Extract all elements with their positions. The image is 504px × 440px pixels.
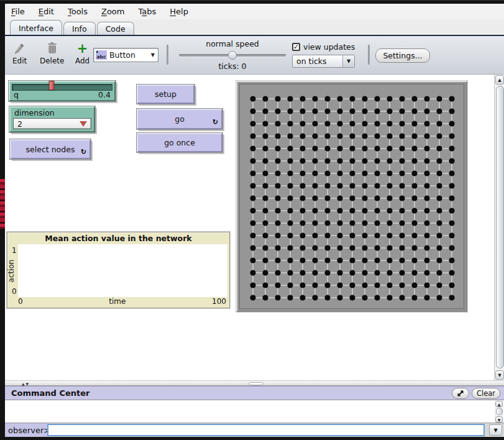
q-slider-handle[interactable] [49, 81, 55, 90]
menu-zoom[interactable]: Zoom [94, 6, 131, 17]
check-icon: ✓ [293, 44, 299, 50]
node-dot [449, 232, 454, 238]
select-nodes-button[interactable]: select nodes ↻ [10, 139, 91, 159]
menu-edit[interactable]: Edit [32, 6, 61, 17]
command-history-button[interactable]: ▼ [489, 424, 502, 436]
mean-action-plot[interactable]: Mean action value in the network 1 0 act… [7, 232, 230, 308]
command-center-splitter[interactable]: ▲▼ [5, 380, 504, 386]
node-dot [312, 208, 318, 213]
setup-button[interactable]: setup [137, 85, 195, 104]
menu-tools[interactable]: Tools [61, 6, 94, 17]
node-dot [300, 121, 305, 126]
node-dot [424, 232, 429, 238]
view-updates-checkbox[interactable]: ✓ [292, 43, 300, 51]
world-view-widget[interactable] [236, 81, 467, 312]
tab-interface[interactable]: Interface [10, 20, 62, 35]
scrollbar-down-button[interactable]: ▼ [495, 416, 503, 423]
menu-tabs[interactable]: Tabs [131, 6, 163, 17]
down-arrow-icon: ▼ [498, 373, 501, 378]
node-dot [399, 108, 405, 114]
menu-help[interactable]: Help [163, 6, 195, 17]
node-dot [436, 96, 442, 101]
scrollbar-thumb[interactable] [496, 86, 504, 369]
node-dot [449, 108, 454, 114]
edit-widget-button[interactable]: Edit [12, 42, 27, 65]
node-dot [312, 282, 318, 288]
node-dot [449, 121, 454, 126]
speed-slider[interactable] [179, 50, 286, 60]
node-dot [399, 245, 405, 250]
q-slider-widget[interactable]: q 0.4 [9, 81, 116, 101]
command-input[interactable] [47, 424, 485, 436]
node-dot [300, 232, 305, 238]
settings-button[interactable]: Settings... [375, 48, 430, 63]
node-dot [312, 245, 318, 250]
speed-slider-thumb[interactable] [228, 51, 237, 60]
splitter-grip[interactable] [249, 382, 263, 385]
node-dot [411, 195, 417, 201]
node-dot [436, 270, 442, 275]
node-dot [275, 270, 280, 275]
node-dot [399, 158, 405, 163]
go-once-button[interactable]: go once [137, 133, 222, 152]
node-dot [312, 96, 318, 101]
world-area[interactable] [239, 84, 464, 309]
node-dot [387, 208, 392, 213]
node-dot [424, 170, 429, 176]
node-dot [300, 183, 305, 188]
tab-code[interactable]: Code [97, 22, 134, 35]
node-dot [300, 295, 305, 300]
node-dot [411, 96, 417, 101]
canvas-vertical-scrollbar[interactable]: ▲ ▼ [494, 75, 504, 380]
node-dot [250, 170, 255, 176]
observer-prompt: observer> [5, 423, 47, 437]
tab-info[interactable]: Info [63, 22, 96, 35]
scrollbar-up-button[interactable]: ▲ [495, 401, 503, 407]
desktop-background: File Edit Tools Zoom Tabs Help Interface… [0, 0, 504, 440]
node-dot [287, 133, 293, 139]
node-dot [349, 295, 355, 300]
node-dot [349, 282, 355, 288]
scrollbar-thumb[interactable] [496, 408, 503, 415]
node-dot [312, 232, 318, 238]
update-mode-combo[interactable]: on ticks ▼ [292, 55, 355, 68]
q-slider-value: 0.4 [98, 90, 111, 99]
command-center-orientation-button[interactable] [452, 388, 469, 399]
node-dot [436, 170, 442, 176]
splitter-toggle-arrows[interactable]: ▲▼ [22, 382, 30, 386]
go-label: go [175, 114, 185, 124]
output-scrollbar[interactable]: ▲ ▼ [495, 401, 503, 423]
delete-widget-button[interactable]: Delete [40, 42, 64, 65]
node-dot [262, 295, 268, 300]
node-dot [275, 183, 280, 188]
node-dot [300, 158, 305, 163]
node-dot [436, 232, 442, 238]
view-updates-group: ✓ view updates on ticks ▼ [292, 42, 355, 68]
node-dot [411, 170, 417, 176]
node-dot [312, 195, 318, 201]
node-dot [312, 108, 318, 114]
node-dot [287, 108, 293, 114]
node-dot [324, 195, 330, 201]
node-dot [312, 170, 318, 176]
widget-type-combo[interactable]: abc Button ▼ [93, 48, 158, 62]
node-dot [349, 158, 355, 163]
dimension-chooser-widget[interactable]: dimension 2 [9, 106, 95, 132]
node-dot [374, 295, 380, 300]
scrollbar-up-button[interactable]: ▲ [495, 75, 504, 85]
combo-arrow-button[interactable]: ▼ [342, 55, 354, 67]
add-widget-button[interactable]: + Add [75, 42, 89, 65]
node-dot [250, 133, 255, 139]
node-dot [250, 245, 255, 250]
menu-file[interactable]: File [11, 6, 32, 17]
go-button[interactable]: go ↻ [137, 109, 222, 129]
node-dot [337, 257, 342, 263]
command-center-output[interactable]: ▲ ▼ [5, 400, 504, 423]
node-dot [449, 245, 454, 250]
node-dot [275, 133, 280, 139]
scrollbar-down-button[interactable]: ▼ [495, 370, 504, 380]
clear-button[interactable]: Clear [472, 388, 500, 399]
dimension-chooser-select[interactable]: 2 [13, 118, 91, 129]
node-dot [362, 158, 367, 163]
node-dot [362, 257, 367, 263]
